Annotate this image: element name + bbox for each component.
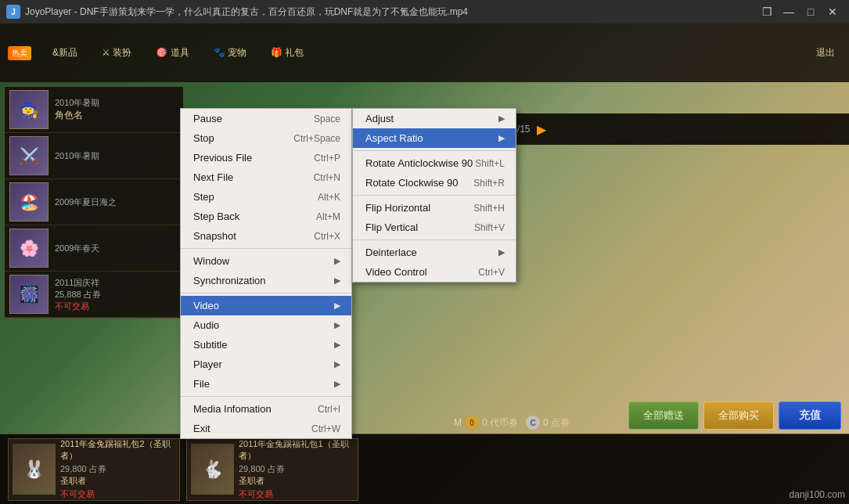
minimize-button[interactable]: — xyxy=(779,3,799,20)
title-bar: J JoyoPlayer - DNF手游策划来学一学，什么叫真正的复古，百分百还… xyxy=(0,0,849,23)
video-sep-3 xyxy=(353,239,516,240)
submenu-rotate-clockwise[interactable]: Rotate Clockwise 90 Shift+R xyxy=(353,173,516,193)
separator-3 xyxy=(181,396,351,397)
rotate-anti-shortcut: Shift+L xyxy=(475,158,505,169)
main-area: 热卖 &新品 ⚔ 装扮 🎯 道具 🐾 宠物 🎁 礼包 退出 🧙 2010年暑期 … xyxy=(0,23,849,504)
menu-player[interactable]: Player ▶ xyxy=(181,355,351,374)
menu-window[interactable]: Window ▶ xyxy=(181,251,351,271)
snapshot-shortcut: Ctrl+X xyxy=(314,231,340,242)
subtitle-arrow: ▶ xyxy=(334,340,340,350)
menu-file[interactable]: File ▶ xyxy=(181,374,351,394)
menu-previous-file[interactable]: Previous File Ctrl+P xyxy=(181,148,351,167)
exit-shortcut: Ctrl+W xyxy=(311,423,340,434)
next-shortcut: Ctrl+N xyxy=(314,172,340,183)
separator-1 xyxy=(181,248,351,249)
menu-step-back[interactable]: Step Back Alt+M xyxy=(181,207,351,226)
video-ctrl-shortcut: Ctrl+V xyxy=(478,267,505,278)
player-arrow: ▶ xyxy=(334,359,340,369)
prev-shortcut: Ctrl+P xyxy=(314,153,340,164)
menu-synchronization[interactable]: Synchronization ▶ xyxy=(181,271,351,290)
submenu-rotate-anticlockwise[interactable]: Rotate Anticlockwise 90 Shift+L xyxy=(353,153,516,173)
menu-stop[interactable]: Stop Ctrl+Space xyxy=(181,128,351,148)
menu-subtitle[interactable]: Subtitle ▶ xyxy=(181,335,351,355)
menu-step[interactable]: Step Alt+K xyxy=(181,187,351,207)
menu-pause[interactable]: Pause Space xyxy=(181,109,351,128)
video-sep-1 xyxy=(353,150,516,151)
menu-exit[interactable]: Exit Ctrl+W xyxy=(181,419,351,438)
deinterlace-arrow: ▶ xyxy=(498,247,505,257)
context-menu-overlay: Pause Space Stop Ctrl+Space Previous Fil… xyxy=(0,23,849,504)
rotate-clock-shortcut: Shift+R xyxy=(473,178,505,189)
stop-shortcut: Ctrl+Space xyxy=(293,133,340,144)
flip-v-shortcut: Shift+V xyxy=(474,222,505,233)
adjust-arrow: ▶ xyxy=(498,113,505,124)
pause-shortcut: Space xyxy=(314,113,340,124)
app-logo: J xyxy=(6,5,20,19)
audio-arrow: ▶ xyxy=(334,320,340,330)
video-arrow: ▶ xyxy=(334,301,340,311)
menu-video[interactable]: Video ▶ xyxy=(181,296,351,315)
menu-media-info[interactable]: Media Infomation Ctrl+I xyxy=(181,399,351,419)
menu-snapshot[interactable]: Snapshot Ctrl+X xyxy=(181,226,351,246)
submenu-deinterlace[interactable]: Deinterlace ▶ xyxy=(353,243,516,262)
maximize-button[interactable]: □ xyxy=(800,3,821,20)
submenu-video-control[interactable]: Video Control Ctrl+V xyxy=(353,262,516,282)
flip-h-shortcut: Shift+H xyxy=(473,203,505,214)
video-sep-2 xyxy=(353,195,516,196)
window-arrow: ▶ xyxy=(334,256,340,266)
menu-next-file[interactable]: Next File Ctrl+N xyxy=(181,167,351,187)
close-button[interactable]: ✕ xyxy=(822,3,843,20)
submenu-flip-horizontal[interactable]: Flip Horizontal Shift+H xyxy=(353,198,516,218)
file-arrow: ▶ xyxy=(334,379,340,389)
window-title: JoyoPlayer - DNF手游策划来学一学，什么叫真正的复古，百分百还原，… xyxy=(25,5,757,19)
submenu-aspect-ratio[interactable]: Aspect Ratio ▶ xyxy=(353,128,516,148)
separator-2 xyxy=(181,293,351,293)
sync-arrow: ▶ xyxy=(334,275,340,286)
window-controls: ❐ — □ ✕ xyxy=(757,3,843,20)
media-info-shortcut: Ctrl+I xyxy=(318,404,340,415)
restore-button[interactable]: ❐ xyxy=(757,3,777,20)
aspect-arrow: ▶ xyxy=(498,133,505,143)
step-back-shortcut: Alt+M xyxy=(316,211,340,222)
main-context-menu: Pause Space Stop Ctrl+Space Previous Fil… xyxy=(180,108,352,439)
video-submenu: Adjust ▶ Aspect Ratio ▶ Rotate Anticlock… xyxy=(352,108,516,283)
submenu-flip-vertical[interactable]: Flip Vertical Shift+V xyxy=(353,218,516,237)
step-shortcut: Alt+K xyxy=(318,192,340,203)
submenu-adjust[interactable]: Adjust ▶ xyxy=(353,109,516,128)
menu-audio[interactable]: Audio ▶ xyxy=(181,315,351,335)
